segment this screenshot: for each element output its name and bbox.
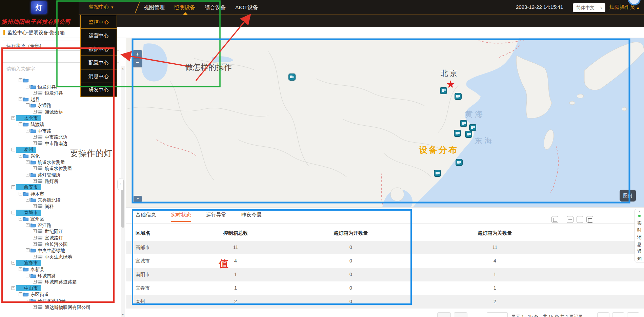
tree-node-label[interactable]: 中市路北边 [45, 134, 68, 140]
tree-node-city[interactable]: 中山市 [16, 285, 41, 291]
panel-collapse-handle[interactable]: ‹ [117, 178, 123, 190]
tree-node-label[interactable]: 宣州区 [31, 216, 44, 222]
dropdown-item-配置中心[interactable]: 配置中心 [81, 56, 117, 69]
tree-expand-icon[interactable]: + [33, 229, 37, 233]
tree-expand-icon[interactable]: + [33, 204, 37, 208]
tree-node-label[interactable]: 长江北路18号 [38, 298, 66, 304]
tree-node-label[interactable]: 澄江路 [38, 223, 52, 229]
zoom-in-button[interactable]: + [133, 50, 142, 59]
table-row[interactable]: 高邮市11011 [126, 241, 644, 254]
tree-expand-icon[interactable]: + [33, 236, 37, 239]
current-page-button[interactable] [612, 312, 624, 317]
tree-collapse-icon[interactable]: − [12, 211, 15, 214]
tree-node-city[interactable]: 西安市 [16, 184, 41, 190]
tree-node-label[interactable]: 粮长河公园 [45, 241, 68, 248]
tree-expand-icon[interactable]: + [33, 305, 37, 309]
tree-node-label[interactable]: 东兴街北段 [38, 197, 61, 203]
tree-node-label[interactable]: 路灯所 [45, 178, 59, 185]
zoom-out-button[interactable]: − [133, 59, 142, 67]
map-marker[interactable] [440, 87, 447, 94]
tree-expand-icon[interactable]: + [33, 141, 37, 145]
language-select[interactable]: 简体中文∨ [573, 3, 605, 12]
tree-collapse-icon[interactable]: − [26, 223, 29, 227]
tree-collapse-icon[interactable]: − [19, 292, 22, 296]
page-size-input[interactable] [487, 312, 508, 317]
tree-node-label[interactable]: 中央生态绿地 [45, 254, 72, 260]
primary-nav-trigger[interactable]: 监控中心 ▼ [89, 4, 114, 10]
dropdown-item-监控中心[interactable]: 监控中心 [81, 15, 117, 29]
tree-expand-icon[interactable]: + [33, 166, 37, 170]
tree-node-label[interactable]: 东区街道 [31, 292, 49, 298]
tree-collapse-icon[interactable]: − [19, 154, 22, 157]
top-menu-item-视图管理[interactable]: 视图管理 [144, 4, 165, 11]
maximize-icon[interactable] [586, 216, 593, 223]
map-legend-button[interactable]: 图例 [620, 190, 636, 202]
device-map[interactable]: 北京 ★ 设备分布 黄海东海 + − » 图例 [126, 38, 644, 207]
tree-node-label[interactable]: 奉新县 [31, 267, 44, 273]
top-menu-item-AIOT设备[interactable]: AIOT设备 [235, 4, 258, 11]
restore-icon[interactable] [577, 216, 583, 223]
tree-expand-icon[interactable]: + [33, 91, 37, 94]
top-menu-item-综合设备[interactable]: 综合设备 [205, 4, 226, 11]
tree-scrollbar[interactable]: ▲ ▼ [121, 66, 125, 317]
report-icon[interactable] [551, 216, 558, 223]
tree-node-label[interactable]: 路灯管理所 [38, 172, 61, 178]
map-marker[interactable] [469, 124, 476, 131]
tree-collapse-icon[interactable]: − [12, 286, 15, 290]
table-row[interactable]: 宣城市404 [126, 254, 644, 268]
top-menu-item-照明设备[interactable]: 照明设备 [174, 4, 195, 11]
tree-collapse-icon[interactable]: − [19, 217, 22, 220]
tree-expand-icon[interactable]: + [33, 280, 37, 283]
map-marker[interactable] [460, 120, 467, 127]
map-marker[interactable] [288, 73, 296, 81]
tree-node-label[interactable]: 通达斯物联网有限公司 [45, 304, 90, 311]
tree-node-city[interactable]: 宣城市 [16, 210, 41, 216]
tree-expand-icon[interactable]: + [33, 135, 37, 139]
tree-collapse-icon[interactable]: − [19, 192, 22, 195]
tree-collapse-icon[interactable]: − [26, 274, 29, 277]
tree-node-label[interactable]: 航道水位测量 [45, 166, 72, 172]
map-marker[interactable] [455, 93, 462, 100]
table-row[interactable]: 宜春市101 [126, 281, 644, 295]
map-marker[interactable] [454, 130, 461, 137]
tree-collapse-icon[interactable]: − [19, 267, 22, 271]
tree-node-label[interactable]: 尚科 [45, 204, 54, 210]
tree-node-label[interactable]: 神木市 [31, 191, 44, 197]
tree-node-label[interactable]: 恒发灯具厂 [38, 84, 61, 90]
dropdown-item-研发中心[interactable]: 研发中心 [81, 83, 117, 97]
tree-node-label[interactable]: 航道水位测量 [38, 160, 65, 166]
tree-node-label[interactable]: 永通路 [38, 103, 52, 109]
tree-node-city[interactable]: 宜春市 [16, 260, 41, 266]
status-tab-昨夜今晨[interactable]: 昨夜今晨 [241, 212, 262, 222]
tree-node-label[interactable]: 世纪阳江 [45, 229, 63, 235]
scroll-up-icon[interactable]: ▲ [121, 67, 124, 70]
tree-collapse-icon[interactable]: − [12, 261, 15, 265]
status-tab-运行异常[interactable]: 运行异常 [206, 212, 226, 222]
dropdown-item-消息中心[interactable]: 消息中心 [81, 69, 117, 83]
tree-collapse-icon[interactable]: − [26, 198, 29, 202]
tree-collapse-icon[interactable]: − [26, 299, 29, 302]
refresh-button[interactable] [437, 312, 451, 317]
dropdown-item-运营中心[interactable]: 运营中心 [81, 29, 117, 42]
tree-expand-icon[interactable]: + [33, 179, 37, 183]
tree-node-label[interactable]: 环城南路 [38, 273, 56, 279]
realtime-notice-tab[interactable]: ▲ 实时消息通知 [635, 209, 644, 262]
tree-node-label[interactable]: 中市路 [38, 128, 52, 134]
map-expand-button[interactable]: » [134, 196, 142, 202]
tree-node-label[interactable]: 宣城路灯 [45, 235, 63, 241]
tree-collapse-icon[interactable]: − [26, 160, 29, 164]
tree-node-label[interactable]: 陆渡镇 [31, 122, 44, 128]
tree-node-label[interactable]: 恒发灯具 [45, 90, 63, 96]
status-tab-实时状态[interactable]: 实时状态 [171, 212, 191, 222]
tree-node-city[interactable]: 太仓市 [16, 115, 41, 121]
tree-node-label[interactable]: 兴化 [31, 153, 40, 159]
status-tab-基础信息[interactable]: 基础信息 [136, 212, 156, 222]
tree-collapse-icon[interactable]: − [12, 185, 15, 189]
next-page-button[interactable] [627, 312, 639, 317]
tree-node-label[interactable]: 旭诚致远 [45, 109, 63, 115]
map-marker[interactable] [456, 159, 463, 166]
tree-collapse-icon[interactable]: − [19, 122, 22, 126]
tree-collapse-icon[interactable]: − [26, 103, 29, 107]
prev-page-button[interactable] [597, 312, 609, 317]
minimize-icon[interactable] [567, 216, 573, 223]
